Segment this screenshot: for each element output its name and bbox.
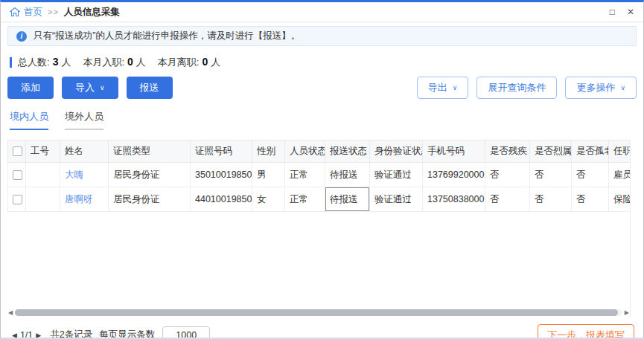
column-header: 报送状态 [325,141,370,163]
column-header: 身份验证状态 [370,141,423,163]
column-header: 人员状态 [285,141,325,163]
breadcrumb-separator: >> [48,7,59,16]
row-checkbox-cell [8,187,26,212]
breadcrumb-home-link[interactable]: 首页 [24,6,42,19]
table-cell [26,163,60,187]
table-header-row: 工号姓名证照类型证照号码性别人员状态报送状态身份验证状态手机号码是否残疾是否烈属… [8,141,631,163]
footer: ◀ 1/1 ▶ 共2条记录 每页显示条数 下一步，报表填写 [10,324,634,339]
page-title: 人员信息采集 [64,6,120,19]
info-banner: i 只有“报送成功”的人员才能进行申报操作，请及时进行【报送】。 [7,26,637,46]
table-cell: 否 [530,187,572,212]
scroll-left-icon[interactable]: ◀ [8,310,13,316]
info-banner-text: 只有“报送成功”的人员才能进行申报操作，请及时进行【报送】。 [34,30,300,42]
table-row: 大嗨居民身份证35010019850...男正常待报送验证通过137699200… [8,163,631,187]
select-all-checkbox-cell [8,141,26,163]
expand-query-button[interactable]: 展开查询条件 [476,77,557,99]
stats-accent-bar [10,57,12,68]
table-cell: 13750838000 [423,187,485,212]
stat-left-this-month: 本月离职: 0 人 [158,56,220,69]
stats-row: 总人数: 3 人 本月入职: 0 人 本月离职: 0 人 [10,56,643,69]
stat-value: 0 [127,56,133,68]
maximize-icon[interactable]: □ [610,7,615,16]
table-cell: 验证通过 [370,163,423,187]
stat-label: 本月入职: [83,56,124,69]
column-header: 是否残疾 [485,141,530,163]
column-header: 性别 [252,141,285,163]
column-header: 工号 [26,141,60,163]
more-actions-button-label: 更多操作 [576,81,615,94]
personnel-table: 工号姓名证照类型证照号码性别人员状态报送状态身份验证状态手机号码是否残疾是否烈属… [7,140,631,212]
scroll-right-icon[interactable]: ▶ [625,310,629,316]
table-cell [26,187,60,212]
stat-unit: 人 [61,56,71,69]
table-empty-area [7,212,630,308]
page-indicator: 1/1 [20,330,33,339]
chevron-down-icon: ∨ [100,84,105,91]
import-button[interactable]: 导入 ∨ [62,77,118,99]
tabs: 境内人员 境外人员 [10,110,643,130]
table-cell: 男 [252,163,285,187]
next-step-button[interactable]: 下一步，报表填写 [538,324,634,339]
row-checkbox[interactable] [13,195,22,204]
table-cell: 正常 [285,163,325,187]
info-icon: i [16,31,27,42]
add-button-label: 添加 [21,81,40,94]
column-header: 姓名 [60,141,109,163]
export-button[interactable]: 导出 ∨ [417,77,469,99]
table-cell: 否 [485,163,530,187]
table-cell: 待报送 [325,163,370,187]
column-header: 证照类型 [109,141,191,163]
table-cell: 35010019850... [191,163,252,187]
title-bar: 首页 >> 人员信息采集 □ ✕ [1,2,643,22]
stat-value: 3 [53,56,59,68]
close-icon[interactable]: ✕ [627,7,634,16]
add-button[interactable]: 添加 [7,77,54,99]
prev-page-icon[interactable]: ◀ [10,332,19,339]
select-all-checkbox[interactable] [13,146,22,156]
column-header: 是否烈属 [530,141,572,163]
per-page-input[interactable] [162,326,210,339]
table-cell: 女 [252,187,285,212]
pagination: ◀ 1/1 ▶ 共2条记录 每页显示条数 [10,326,210,339]
table-cell: 44010019850... [191,187,252,212]
app-window: 首页 >> 人员信息采集 □ ✕ i 只有“报送成功”的人员才能进行申报操作，请… [0,0,644,339]
table-cell: 否 [572,163,609,187]
stat-total: 总人数: 3 人 [18,56,71,69]
table-cell: 正常 [285,187,325,212]
table-cell: 保险 [609,187,631,212]
scrollbar-thumb[interactable] [15,309,618,316]
home-icon[interactable] [10,7,20,17]
stat-label: 总人数: [18,56,50,69]
record-count: 共2条记录 [50,329,92,339]
column-header: 任职 [609,141,631,163]
export-button-label: 导出 [428,81,447,94]
horizontal-scrollbar[interactable]: ◀ ▶ [7,308,630,317]
import-button-label: 导入 [75,81,95,94]
submit-button[interactable]: 报送 [127,77,173,99]
more-actions-button[interactable]: 更多操作 ∨ [565,77,637,99]
stat-label: 本月离职: [158,56,200,69]
stat-value: 0 [202,56,208,68]
column-header: 手机号码 [423,141,485,163]
expand-query-button-label: 展开查询条件 [488,81,546,94]
table-row: 唐啊呀居民身份证44010019850...女正常待报送验证通过13750838… [8,187,631,212]
stat-unit: 人 [211,56,220,69]
chevron-down-icon: ∨ [620,84,625,91]
tab-overseas-personnel[interactable]: 境外人员 [65,110,103,130]
submit-button-label: 报送 [140,81,159,94]
person-name-link[interactable]: 唐啊呀 [60,187,109,212]
next-page-icon[interactable]: ▶ [34,332,43,339]
column-header: 证照号码 [191,141,252,163]
personnel-table-container: 工号姓名证照类型证照号码性别人员状态报送状态身份验证状态手机号码是否残疾是否烈属… [7,140,631,317]
row-checkbox[interactable] [13,170,22,180]
tab-domestic-personnel[interactable]: 境内人员 [10,110,48,130]
table-cell: 居民身份证 [109,187,191,212]
scrollbar-track[interactable] [15,309,622,316]
table-cell: 否 [485,187,530,212]
person-name-link[interactable]: 大嗨 [60,163,109,187]
per-page-label: 每页显示条数 [99,329,155,339]
table-cell: 验证通过 [370,187,423,212]
stat-joined-this-month: 本月入职: 0 人 [83,56,145,69]
chevron-down-icon: ∨ [453,84,458,91]
table-cell: 否 [572,187,609,212]
